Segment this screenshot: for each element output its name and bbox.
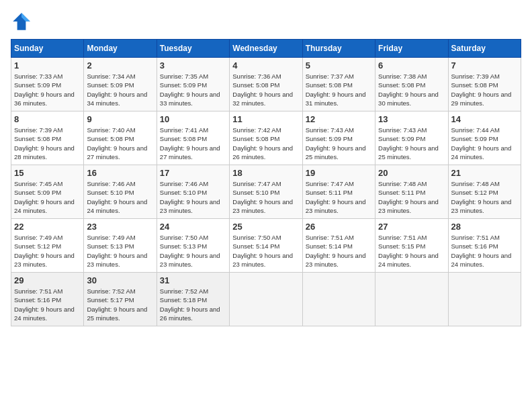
calendar-cell: [448, 273, 521, 326]
day-info: Sunrise: 7:39 AMSunset: 5:08 PMDaylight:…: [14, 126, 75, 161]
day-info: Sunrise: 7:49 AMSunset: 5:12 PMDaylight:…: [14, 234, 75, 268]
day-number: 10: [160, 114, 226, 124]
day-info: Sunrise: 7:40 AMSunset: 5:08 PMDaylight:…: [87, 126, 147, 161]
day-number: 9: [87, 114, 153, 124]
day-number: 25: [232, 222, 299, 232]
calendar-cell: [302, 273, 375, 326]
week-row-2: 8 Sunrise: 7:39 AMSunset: 5:08 PMDayligh…: [11, 111, 521, 165]
calendar-cell: 21 Sunrise: 7:48 AMSunset: 5:12 PMDaylig…: [448, 165, 521, 219]
calendar-cell: 23 Sunrise: 7:49 AMSunset: 5:13 PMDaylig…: [84, 219, 157, 273]
weekday-header-sunday: Sunday: [11, 40, 84, 58]
day-number: 28: [451, 222, 518, 232]
day-info: Sunrise: 7:37 AMSunset: 5:08 PMDaylight:…: [306, 73, 366, 107]
calendar-cell: 14 Sunrise: 7:44 AMSunset: 5:09 PMDaylig…: [448, 111, 521, 165]
day-number: 5: [306, 60, 372, 71]
day-number: 7: [451, 60, 518, 71]
day-info: Sunrise: 7:52 AMSunset: 5:17 PMDaylight:…: [87, 287, 147, 322]
day-number: 6: [378, 60, 445, 71]
weekday-header-tuesday: Tuesday: [157, 40, 229, 58]
logo-icon: [11, 11, 32, 32]
day-info: Sunrise: 7:35 AMSunset: 5:09 PMDaylight:…: [160, 73, 220, 107]
calendar-cell: [375, 273, 448, 326]
weekday-header-row: SundayMondayTuesdayWednesdayThursdayFrid…: [11, 40, 521, 58]
day-info: Sunrise: 7:50 AMSunset: 5:14 PMDaylight:…: [232, 234, 293, 268]
day-info: Sunrise: 7:43 AMSunset: 5:09 PMDaylight:…: [306, 126, 366, 161]
day-info: Sunrise: 7:49 AMSunset: 5:13 PMDaylight:…: [87, 234, 147, 268]
day-info: Sunrise: 7:47 AMSunset: 5:11 PMDaylight:…: [306, 180, 366, 214]
day-info: Sunrise: 7:51 AMSunset: 5:16 PMDaylight:…: [451, 234, 512, 268]
calendar-cell: 2 Sunrise: 7:34 AMSunset: 5:09 PMDayligh…: [84, 58, 157, 111]
calendar-cell: 5 Sunrise: 7:37 AMSunset: 5:08 PMDayligh…: [302, 58, 375, 111]
day-info: Sunrise: 7:43 AMSunset: 5:09 PMDaylight:…: [378, 126, 439, 161]
day-number: 1: [14, 60, 81, 71]
day-info: Sunrise: 7:34 AMSunset: 5:09 PMDaylight:…: [87, 73, 147, 107]
calendar-cell: 26 Sunrise: 7:51 AMSunset: 5:14 PMDaylig…: [302, 219, 375, 273]
calendar-cell: 1 Sunrise: 7:33 AMSunset: 5:09 PMDayligh…: [11, 58, 84, 111]
day-info: Sunrise: 7:47 AMSunset: 5:10 PMDaylight:…: [232, 180, 293, 214]
calendar-cell: 8 Sunrise: 7:39 AMSunset: 5:08 PMDayligh…: [11, 111, 84, 165]
day-info: Sunrise: 7:48 AMSunset: 5:12 PMDaylight:…: [451, 180, 512, 214]
day-info: Sunrise: 7:33 AMSunset: 5:09 PMDaylight:…: [14, 73, 75, 107]
day-number: 3: [160, 60, 226, 71]
day-number: 22: [14, 222, 81, 232]
day-number: 27: [378, 222, 445, 232]
calendar-cell: 27 Sunrise: 7:51 AMSunset: 5:15 PMDaylig…: [375, 219, 448, 273]
page-header: [11, 11, 521, 32]
day-info: Sunrise: 7:41 AMSunset: 5:08 PMDaylight:…: [160, 126, 220, 161]
day-number: 16: [87, 168, 153, 178]
day-number: 17: [160, 168, 226, 178]
weekday-header-saturday: Saturday: [448, 40, 521, 58]
week-row-5: 29 Sunrise: 7:51 AMSunset: 5:16 PMDaylig…: [11, 273, 521, 326]
calendar-cell: 18 Sunrise: 7:47 AMSunset: 5:10 PMDaylig…: [230, 165, 302, 219]
day-number: 4: [232, 60, 299, 71]
day-number: 30: [87, 275, 153, 285]
day-number: 2: [87, 60, 153, 71]
day-info: Sunrise: 7:50 AMSunset: 5:13 PMDaylight:…: [160, 234, 220, 268]
calendar-cell: 4 Sunrise: 7:36 AMSunset: 5:08 PMDayligh…: [230, 58, 302, 111]
weekday-header-monday: Monday: [84, 40, 157, 58]
calendar-cell: 13 Sunrise: 7:43 AMSunset: 5:09 PMDaylig…: [375, 111, 448, 165]
weekday-header-friday: Friday: [375, 40, 448, 58]
day-number: 15: [14, 168, 81, 178]
calendar-cell: 29 Sunrise: 7:51 AMSunset: 5:16 PMDaylig…: [11, 273, 84, 326]
calendar-table: SundayMondayTuesdayWednesdayThursdayFrid…: [11, 39, 521, 326]
day-info: Sunrise: 7:39 AMSunset: 5:08 PMDaylight:…: [451, 73, 512, 107]
day-info: Sunrise: 7:44 AMSunset: 5:09 PMDaylight:…: [451, 126, 512, 161]
week-row-1: 1 Sunrise: 7:33 AMSunset: 5:09 PMDayligh…: [11, 58, 521, 111]
calendar-cell: 19 Sunrise: 7:47 AMSunset: 5:11 PMDaylig…: [302, 165, 375, 219]
day-number: 14: [451, 114, 518, 124]
day-info: Sunrise: 7:36 AMSunset: 5:08 PMDaylight:…: [232, 73, 293, 107]
week-row-3: 15 Sunrise: 7:45 AMSunset: 5:09 PMDaylig…: [11, 165, 521, 219]
day-info: Sunrise: 7:48 AMSunset: 5:11 PMDaylight:…: [378, 180, 439, 214]
day-info: Sunrise: 7:51 AMSunset: 5:15 PMDaylight:…: [378, 234, 439, 268]
day-number: 18: [232, 168, 299, 178]
weekday-header-wednesday: Wednesday: [230, 40, 302, 58]
calendar-cell: 22 Sunrise: 7:49 AMSunset: 5:12 PMDaylig…: [11, 219, 84, 273]
calendar-cell: 10 Sunrise: 7:41 AMSunset: 5:08 PMDaylig…: [157, 111, 229, 165]
week-row-4: 22 Sunrise: 7:49 AMSunset: 5:12 PMDaylig…: [11, 219, 521, 273]
day-info: Sunrise: 7:38 AMSunset: 5:08 PMDaylight:…: [378, 73, 439, 107]
day-info: Sunrise: 7:52 AMSunset: 5:18 PMDaylight:…: [160, 287, 220, 322]
calendar-cell: 20 Sunrise: 7:48 AMSunset: 5:11 PMDaylig…: [375, 165, 448, 219]
calendar-cell: [230, 273, 302, 326]
calendar-cell: 7 Sunrise: 7:39 AMSunset: 5:08 PMDayligh…: [448, 58, 521, 111]
calendar-cell: 31 Sunrise: 7:52 AMSunset: 5:18 PMDaylig…: [157, 273, 229, 326]
day-info: Sunrise: 7:42 AMSunset: 5:08 PMDaylight:…: [232, 126, 293, 161]
day-number: 26: [306, 222, 372, 232]
day-number: 11: [232, 114, 299, 124]
day-number: 20: [378, 168, 445, 178]
day-info: Sunrise: 7:46 AMSunset: 5:10 PMDaylight:…: [160, 180, 220, 214]
day-number: 19: [306, 168, 372, 178]
day-number: 29: [14, 275, 81, 285]
calendar-cell: 9 Sunrise: 7:40 AMSunset: 5:08 PMDayligh…: [84, 111, 157, 165]
calendar-cell: 28 Sunrise: 7:51 AMSunset: 5:16 PMDaylig…: [448, 219, 521, 273]
day-info: Sunrise: 7:51 AMSunset: 5:14 PMDaylight:…: [306, 234, 366, 268]
calendar-cell: 16 Sunrise: 7:46 AMSunset: 5:10 PMDaylig…: [84, 165, 157, 219]
calendar-cell: 3 Sunrise: 7:35 AMSunset: 5:09 PMDayligh…: [157, 58, 229, 111]
calendar-cell: 11 Sunrise: 7:42 AMSunset: 5:08 PMDaylig…: [230, 111, 302, 165]
calendar-cell: 30 Sunrise: 7:52 AMSunset: 5:17 PMDaylig…: [84, 273, 157, 326]
day-info: Sunrise: 7:45 AMSunset: 5:09 PMDaylight:…: [14, 180, 75, 214]
day-number: 8: [14, 114, 81, 124]
day-number: 13: [378, 114, 445, 124]
day-number: 21: [451, 168, 518, 178]
